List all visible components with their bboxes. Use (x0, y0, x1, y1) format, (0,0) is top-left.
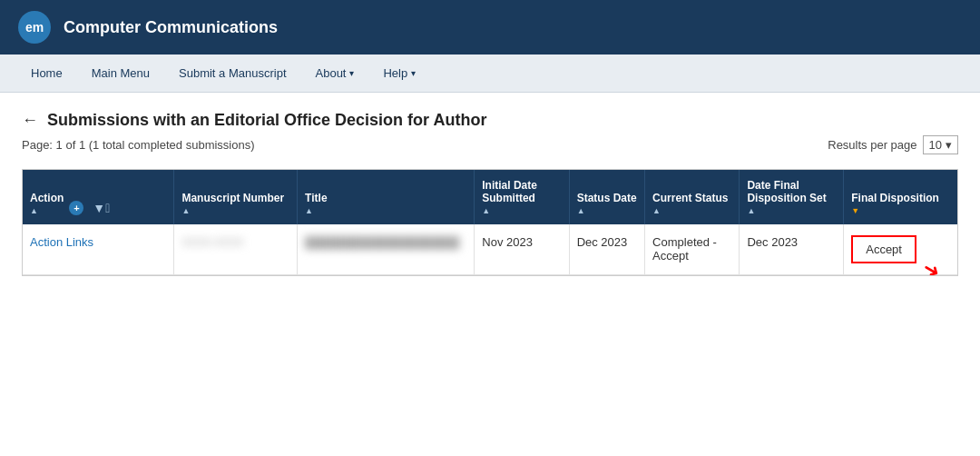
col-header-title: Title ▲ (298, 170, 475, 224)
app-logo: em (18, 11, 51, 44)
nav-main-menu[interactable]: Main Menu (79, 59, 162, 87)
cell-initial-date: Nov 2023 (475, 224, 569, 275)
results-per-page: Results per page 10 ▾ (828, 135, 958, 154)
about-chevron-icon: ▾ (349, 68, 354, 78)
status-date-value: Dec 2023 (577, 235, 628, 249)
action-sort-icon[interactable]: ▲ (30, 206, 64, 215)
nav-help[interactable]: Help ▾ (370, 59, 428, 87)
final-disposition-sort-icon[interactable]: ▼ (851, 206, 950, 215)
cell-status-date: Dec 2023 (569, 224, 644, 275)
results-select[interactable]: 10 ▾ (923, 135, 958, 154)
add-column-icon[interactable]: + (69, 201, 83, 215)
col-header-date-final: Date Final Disposition Set ▲ (740, 170, 844, 224)
cell-title: ████████████████████ (298, 224, 475, 275)
nav-about[interactable]: About ▾ (303, 59, 368, 87)
manuscript-sort-icon[interactable]: ▲ (181, 206, 289, 215)
title-sort-icon[interactable]: ▲ (305, 206, 466, 215)
title-text: ████████████████████ (305, 236, 459, 249)
col-header-status-date: Status Date ▲ (569, 170, 644, 224)
app-header: em Computer Communications (0, 0, 980, 55)
page-info-text: Page: 1 of 1 (1 total completed submissi… (22, 138, 255, 152)
app-title: Computer Communications (64, 18, 278, 37)
status-date-sort-icon[interactable]: ▲ (577, 206, 637, 215)
col-header-current-status: Current Status ▲ (645, 170, 740, 224)
col-header-initial-date: Initial Date Submitted ▲ (475, 170, 569, 224)
help-chevron-icon: ▾ (411, 68, 416, 78)
action-links[interactable]: Action Links (30, 235, 93, 249)
initial-date-sort-icon[interactable]: ▲ (482, 206, 561, 215)
date-final-value: Dec 2023 (747, 235, 798, 249)
cell-current-status: Completed - Accept (645, 224, 740, 275)
filter-icon[interactable]: ▼⃝ (93, 201, 110, 215)
table-row: Action Links XXXX-XXXX █████████████████… (23, 224, 957, 275)
results-label: Results per page (828, 138, 916, 152)
page-title: Submissions with an Editorial Office Dec… (47, 111, 486, 130)
current-status-sort-icon[interactable]: ▲ (652, 206, 731, 215)
action-header-label: Action (30, 192, 64, 204)
initial-date-value: Nov 2023 (482, 235, 533, 249)
accept-badge: Accept (851, 235, 916, 263)
nav-submit[interactable]: Submit a Manuscript (166, 59, 299, 87)
back-button[interactable]: ← (22, 111, 38, 130)
col-header-final-disposition: Final Disposition ▼ (844, 170, 957, 224)
page-info-row: Page: 1 of 1 (1 total completed submissi… (22, 135, 958, 154)
results-chevron-icon: ▾ (946, 138, 952, 152)
date-final-sort-icon[interactable]: ▲ (747, 206, 836, 215)
page-header: ← Submissions with an Editorial Office D… (22, 111, 958, 130)
current-status-value: Completed - Accept (652, 235, 717, 263)
cell-date-final: Dec 2023 (740, 224, 844, 275)
submissions-table: Action ▲ + ▼⃝ Manuscript Number ▲ (22, 169, 958, 276)
main-nav: Home Main Menu Submit a Manuscript About… (0, 55, 980, 93)
cell-manuscript: XXXX-XXXX (174, 224, 298, 275)
nav-home[interactable]: Home (18, 59, 75, 87)
cell-action: Action Links (23, 224, 174, 275)
col-header-action: Action ▲ + ▼⃝ (23, 170, 174, 224)
manuscript-number: XXXX-XXXX (181, 236, 243, 249)
main-content: ← Submissions with an Editorial Office D… (0, 93, 980, 456)
col-header-manuscript: Manuscript Number ▲ (174, 170, 298, 224)
arrow-indicator-icon: ➜ (918, 255, 945, 276)
cell-final-disposition: Accept ➜ (844, 224, 957, 275)
table-header-row: Action ▲ + ▼⃝ Manuscript Number ▲ (23, 170, 957, 224)
